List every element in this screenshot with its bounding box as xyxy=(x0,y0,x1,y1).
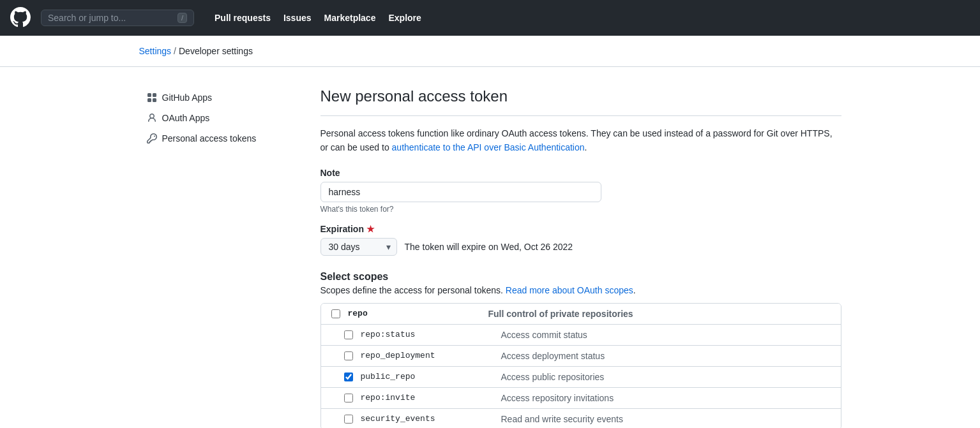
scope-row-repo: repo Full control of private repositorie… xyxy=(321,304,841,325)
scope-name-public-repo: public_repo xyxy=(361,372,501,381)
apps-icon xyxy=(147,92,157,103)
breadcrumb: Settings / Developer settings xyxy=(139,46,841,56)
marketplace-link[interactable]: Marketplace xyxy=(319,9,381,27)
scope-checkbox-public-repo[interactable] xyxy=(344,373,353,381)
scope-name-repo: repo xyxy=(348,309,488,318)
scope-row-public-repo: public_repo Access public repositories xyxy=(321,367,841,388)
breadcrumb-current: Developer settings xyxy=(179,46,253,56)
search-kbd: / xyxy=(177,13,187,23)
page-description: Personal access tokens function like ord… xyxy=(320,126,841,155)
page-title: New personal access token xyxy=(320,87,841,116)
scopes-desc-text-1: Scopes define the access for personal to… xyxy=(320,285,506,295)
scopes-description: Scopes define the access for personal to… xyxy=(320,285,841,295)
scope-desc-security-events: Read and write security events xyxy=(501,414,623,424)
github-apps-item[interactable]: GitHub Apps xyxy=(139,87,305,108)
expiration-label-text: Expiration xyxy=(320,224,364,234)
personal-access-tokens-label: Personal access tokens xyxy=(162,133,257,144)
breadcrumb-separator: / xyxy=(174,46,176,56)
expiration-label: Expiration ★ xyxy=(320,224,841,234)
nav-links: Pull requests Issues Marketplace Explore xyxy=(209,9,426,27)
scope-row-repo-status: repo:status Access commit status xyxy=(321,325,841,346)
scope-checkbox-repo-invite[interactable] xyxy=(344,394,353,402)
scope-desc-repo-deployment: Access deployment status xyxy=(501,351,605,361)
github-logo[interactable] xyxy=(10,7,31,29)
personal-access-tokens-item[interactable]: Personal access tokens xyxy=(139,128,305,149)
navbar: / Pull requests Issues Marketplace Explo… xyxy=(0,0,980,36)
scope-desc-public-repo: Access public repositories xyxy=(501,372,605,382)
scope-desc-repo: Full control of private repositories xyxy=(488,309,633,319)
main-inner: GitHub Apps OAuth Apps Personal access t… xyxy=(139,87,841,428)
explore-link[interactable]: Explore xyxy=(383,9,426,27)
oauth-apps-item[interactable]: OAuth Apps xyxy=(139,108,305,128)
note-label: Note xyxy=(320,168,841,178)
content: New personal access token Personal acces… xyxy=(305,87,841,428)
sidebar: GitHub Apps OAuth Apps Personal access t… xyxy=(139,87,305,428)
scope-row-repo-invite: repo:invite Access repository invitation… xyxy=(321,388,841,409)
scope-name-repo-invite: repo:invite xyxy=(361,393,501,402)
oauth-scopes-link[interactable]: Read more about OAuth scopes xyxy=(506,285,633,295)
scope-checkbox-repo-deployment[interactable] xyxy=(344,351,353,360)
scope-checkbox-security-events[interactable] xyxy=(344,415,353,424)
breadcrumb-bar: Settings / Developer settings xyxy=(0,36,980,67)
scope-name-repo-deployment: repo_deployment xyxy=(361,351,501,360)
scope-name-repo-status: repo:status xyxy=(361,330,501,339)
issues-link[interactable]: Issues xyxy=(278,9,317,27)
expiration-group: Expiration ★ 30 days 60 days 90 days Cus… xyxy=(320,224,841,256)
description-text-2: . xyxy=(585,142,587,152)
scopes-title: Select scopes xyxy=(320,271,841,283)
scope-row-repo-deployment: repo_deployment Access deployment status xyxy=(321,346,841,367)
expiration-note: The token will expire on Wed, Oct 26 202… xyxy=(405,242,573,252)
search-input[interactable] xyxy=(48,13,172,23)
basic-auth-link[interactable]: authenticate to the API over Basic Authe… xyxy=(392,142,585,152)
scope-row-security-events: security_events Read and write security … xyxy=(321,409,841,428)
scope-checkbox-repo[interactable] xyxy=(331,309,340,318)
note-group: Note What's this token for? xyxy=(320,168,841,214)
scope-desc-repo-invite: Access repository invitations xyxy=(501,393,614,403)
main-container: GitHub Apps OAuth Apps Personal access t… xyxy=(0,67,980,428)
expiration-select-wrapper: 30 days 60 days 90 days Custom... ▾ xyxy=(320,238,397,256)
oauth-apps-label: OAuth Apps xyxy=(162,113,210,123)
required-star: ★ xyxy=(366,224,375,234)
scope-checkbox-repo-status[interactable] xyxy=(344,330,353,339)
github-apps-label: GitHub Apps xyxy=(162,92,213,103)
person-icon xyxy=(147,113,157,123)
expiration-select[interactable]: 30 days 60 days 90 days Custom... xyxy=(320,238,397,256)
scope-name-security-events: security_events xyxy=(361,414,501,424)
scopes-desc-text-2: . xyxy=(633,285,636,295)
note-input[interactable] xyxy=(320,182,601,202)
scopes-table: repo Full control of private repositorie… xyxy=(320,303,841,428)
key-icon xyxy=(147,133,157,144)
scope-desc-repo-status: Access commit status xyxy=(501,330,587,340)
expiration-row: 30 days 60 days 90 days Custom... ▾ The … xyxy=(320,238,841,256)
note-hint: What's this token for? xyxy=(320,205,841,214)
search-bar[interactable]: / xyxy=(41,10,194,26)
settings-breadcrumb-link[interactable]: Settings xyxy=(139,46,172,56)
pull-requests-link[interactable]: Pull requests xyxy=(209,9,276,27)
